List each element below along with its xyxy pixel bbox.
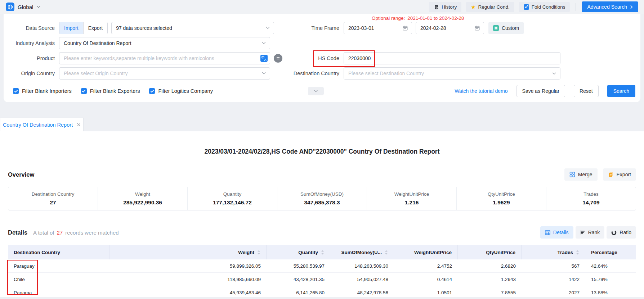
cell: 48,242,978.56: [330, 286, 394, 299]
close-icon[interactable]: [77, 123, 81, 127]
cell-destination-country: Panama: [8, 286, 109, 299]
rank-icon: [580, 230, 585, 235]
cell-destination-country: Chile: [8, 273, 109, 286]
checkbox-checked-icon: [149, 88, 155, 94]
checkbox-checked-icon: [81, 88, 87, 94]
origin-country-select[interactable]: Please select Origin Country: [59, 67, 270, 80]
search-button[interactable]: Search: [607, 85, 635, 97]
record-count: 27: [57, 230, 63, 236]
overview-stat: Trades14,709: [546, 187, 636, 210]
save-as-regular-button[interactable]: Save as Regular: [516, 85, 565, 97]
top-bar: Global History ★ Regular Cond. Fold Cond…: [0, 0, 644, 14]
stat-value: 1.216: [405, 199, 419, 206]
stat-label: QtyUnitPrice: [488, 191, 515, 197]
merge-button[interactable]: Merge: [564, 168, 598, 181]
calendar-icon: [402, 25, 408, 31]
details-heading: Details: [8, 229, 27, 236]
cell: 13.88%: [585, 286, 636, 299]
svg-text:A: A: [264, 58, 267, 62]
column-header-weightunitprice: WeightUnitPrice: [394, 245, 458, 259]
advanced-search-button[interactable]: Advanced Search: [582, 1, 638, 12]
reset-button[interactable]: Reset: [574, 85, 599, 97]
checkbox-checked-icon: [13, 88, 19, 94]
details-table: Destination CountryWeightQuantitySumOfMo…: [8, 245, 636, 299]
cell: 1.0501: [394, 286, 458, 299]
cell: 2.4752: [394, 259, 458, 272]
globe-icon: [6, 3, 14, 11]
sort-carets-icon: [321, 250, 324, 255]
stat-value: 347,685,378.3: [304, 199, 340, 206]
column-header-qtyunitprice: QtyUnitPrice: [458, 245, 522, 259]
export-button[interactable]: Export: [603, 168, 636, 181]
destination-country-group: Destination Country Please select Destin…: [288, 67, 560, 80]
export-tab[interactable]: Export: [83, 22, 107, 34]
column-header-sumofmoney-u[interactable]: SumOfMoney(U...: [330, 245, 394, 259]
date-start-input[interactable]: 2023-03-01: [344, 22, 412, 34]
checkbox-filter-blank-exporters[interactable]: Filter Blank Exporters: [81, 88, 140, 94]
column-label: Destination Country: [14, 250, 60, 255]
view-switcher: Details Rank Ratio: [540, 226, 636, 239]
fold-conditions-button[interactable]: Fold Conditions: [519, 2, 570, 12]
collapse-filters-button[interactable]: [308, 87, 324, 95]
details-header: Details A total of 27 records were match…: [8, 226, 636, 239]
custom-range-button[interactable]: ⌘ Custom: [488, 22, 524, 34]
cell: 1422: [522, 273, 585, 286]
overview-header: Overview Merge Export: [8, 168, 636, 181]
column-header-weight[interactable]: Weight: [109, 245, 267, 259]
stat-label: Trades: [583, 191, 599, 197]
translate-icon[interactable]: A: [260, 55, 268, 62]
row-product-hscode: Product A HS Code: [9, 52, 635, 65]
cell: 6,141,265.80: [267, 286, 330, 299]
table-row[interactable]: Paraguay59,899,326.0555,280,539.97148,26…: [8, 259, 636, 273]
industry-label: Industry Analysis: [9, 40, 59, 46]
stat-label: Destination Country: [32, 191, 75, 197]
hs-code-input[interactable]: [344, 52, 560, 64]
column-header-percentage: Percentage: [585, 245, 636, 259]
stat-label: WeightUnitPrice: [394, 191, 429, 197]
regular-cond-button[interactable]: ★ Regular Cond.: [466, 2, 514, 12]
cell: 2027: [522, 286, 585, 299]
data-sources-select[interactable]: 97 data sources selected: [111, 22, 274, 34]
chevron-down-icon: [552, 72, 556, 75]
region-label: Global: [18, 4, 33, 10]
import-tab[interactable]: Import: [59, 22, 83, 34]
fold-icon: [524, 4, 529, 10]
stat-value: 1.9629: [493, 199, 510, 206]
stat-value: 27: [50, 199, 56, 206]
sort-carets-icon: [576, 250, 579, 255]
table-icon: [545, 230, 550, 235]
overview-stat: WeightUnitPrice1.216: [367, 187, 456, 210]
column-header-quantity[interactable]: Quantity: [267, 245, 330, 259]
column-header-trades[interactable]: Trades: [522, 245, 585, 259]
checkbox-filter-blank-importers[interactable]: Filter Blank Importers: [13, 88, 72, 94]
checkbox-filter-logitics-company[interactable]: Filter Logitics Company: [149, 88, 213, 94]
chevron-down-icon: [314, 90, 318, 92]
cell: 59,899,326.05: [109, 259, 267, 272]
tab-country-of-destination-report[interactable]: Country Of Destination Report: [0, 118, 84, 131]
table-row[interactable]: Panama45,939,483.466,141,265.8048,242,97…: [8, 286, 636, 299]
view-details-button[interactable]: Details: [540, 226, 573, 239]
cell: 148,263,509.30: [330, 259, 394, 272]
date-end-input[interactable]: 2024-02-28: [416, 22, 484, 34]
table-row[interactable]: Chile118,985,660.0943,428,201.3554,905,0…: [8, 273, 636, 286]
sort-carets-icon: [385, 250, 388, 255]
column-label: SumOfMoney(U...: [341, 250, 382, 255]
tutorial-link[interactable]: Watch the tutorial demo: [455, 88, 507, 94]
region-selector[interactable]: Global: [6, 3, 41, 11]
keyword-helper-icon[interactable]: [274, 54, 282, 63]
cell: 2.6820: [458, 259, 522, 272]
overview-stat: QtyUnitPrice1.9629: [456, 187, 546, 210]
topbar-actions: History ★ Regular Cond. Fold Conditions …: [429, 1, 638, 12]
chevron-down-icon: [36, 5, 41, 8]
panel-gap: [0, 102, 644, 118]
overview-actions: Merge Export: [564, 168, 636, 181]
industry-select[interactable]: Country Of Destination Report: [59, 37, 270, 49]
sort-carets-icon: [257, 250, 260, 255]
merge-icon: [569, 172, 575, 177]
view-rank-button[interactable]: Rank: [576, 226, 605, 239]
view-ratio-button[interactable]: Ratio: [607, 226, 636, 239]
product-input[interactable]: [59, 52, 270, 64]
destination-country-select[interactable]: Please select Destination Country: [344, 67, 560, 80]
cell: 15.79%: [585, 273, 636, 286]
history-button[interactable]: History: [429, 2, 461, 12]
